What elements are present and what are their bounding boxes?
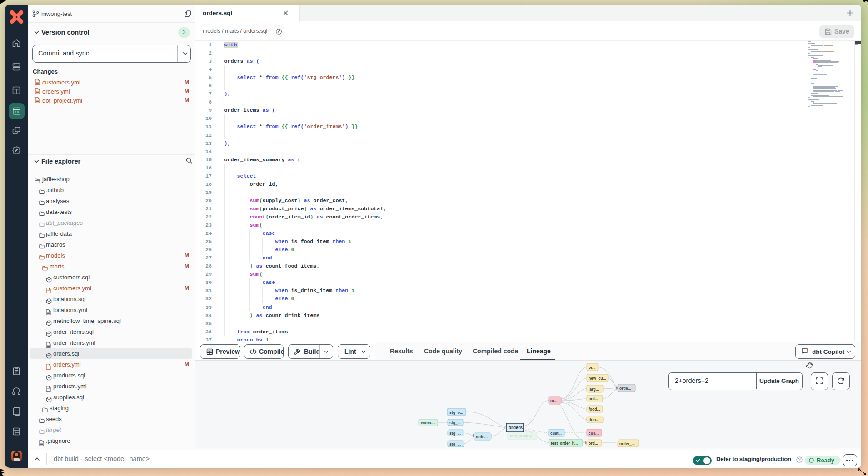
svg-text:drin...: drin... (589, 417, 599, 422)
svg-text:or...: or... (589, 365, 595, 370)
svg-text:stg_...: stg_... (449, 442, 461, 446)
svg-text:stg_o...: stg_o... (449, 410, 463, 415)
svg-text:or...: or... (550, 398, 557, 403)
svg-text:ord...: ord... (589, 397, 598, 401)
svg-text:new_cu...: new_cu... (589, 376, 606, 381)
svg-text:larg...: larg... (589, 387, 599, 392)
svg-text:cust...: cust... (550, 431, 562, 436)
svg-text:ecom....: ecom.... (421, 421, 435, 425)
svg-text:cus...: cus... (589, 431, 599, 436)
svg-text:stg_...: stg_... (449, 421, 461, 425)
svg-text:order_...: order_... (619, 441, 635, 446)
svg-text:orde...: orde... (476, 435, 488, 439)
svg-text:ord...: ord... (589, 441, 598, 446)
svg-text:stg_...: stg_... (449, 431, 461, 436)
svg-text:food...: food... (589, 407, 600, 412)
svg-text:test_supply...: test_supply... (510, 434, 534, 438)
svg-text:orde...: orde... (619, 386, 631, 391)
svg-text:test_order_it...: test_order_it... (551, 441, 578, 446)
svg-text:orders: orders (509, 425, 523, 430)
